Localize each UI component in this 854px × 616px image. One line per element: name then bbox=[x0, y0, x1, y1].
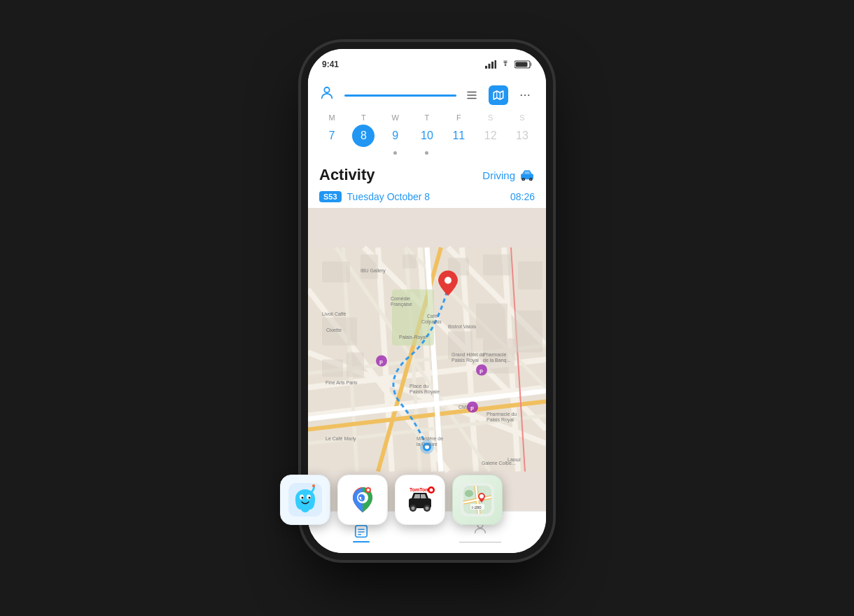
svg-point-118 bbox=[430, 489, 433, 492]
app-icons-row: TomTom bbox=[280, 475, 503, 525]
car-icon bbox=[519, 169, 535, 181]
svg-point-7 bbox=[324, 88, 329, 92]
svg-text:Palais Royal: Palais Royal bbox=[486, 417, 514, 423]
battery-icon bbox=[514, 60, 532, 69]
svg-text:la Culture: la Culture bbox=[416, 442, 438, 447]
svg-point-103 bbox=[302, 497, 304, 499]
svg-rect-9 bbox=[467, 94, 477, 96]
svg-rect-2 bbox=[491, 62, 493, 69]
map-area[interactable]: IBU Gallery Comédie Française Palais-Roy… bbox=[308, 208, 546, 511]
google-maps-app-icon[interactable] bbox=[337, 475, 388, 525]
svg-text:Colpalais: Colpalais bbox=[421, 319, 442, 325]
svg-text:Grand Hôtel du: Grand Hôtel du bbox=[451, 352, 485, 357]
svg-text:Ministère de: Ministère de bbox=[416, 436, 443, 441]
calendar-day-tue[interactable]: T 8 bbox=[351, 113, 376, 147]
svg-point-62 bbox=[444, 277, 451, 284]
svg-text:Galerie Colbe...: Galerie Colbe... bbox=[482, 461, 516, 465]
svg-rect-3 bbox=[495, 60, 497, 69]
svg-text:Le Café Marly: Le Café Marly bbox=[326, 436, 356, 442]
svg-text:TomTom: TomTom bbox=[410, 487, 430, 492]
svg-text:Livoli Caffè: Livoli Caffè bbox=[322, 312, 346, 316]
svg-point-104 bbox=[309, 497, 311, 499]
calendar-day-thu[interactable]: T 10 bbox=[414, 113, 440, 147]
svg-rect-52 bbox=[476, 304, 507, 339]
activity-header: Activity Driving bbox=[308, 159, 546, 188]
more-button[interactable] bbox=[515, 85, 535, 105]
svg-rect-50 bbox=[518, 262, 542, 290]
wifi-icon bbox=[500, 60, 511, 69]
svg-rect-6 bbox=[516, 62, 528, 67]
svg-point-15 bbox=[528, 94, 529, 96]
person-icon[interactable] bbox=[319, 85, 339, 105]
scene: 9:41 bbox=[280, 35, 574, 581]
svg-rect-1 bbox=[489, 64, 491, 69]
svg-text:Place du: Place du bbox=[410, 384, 428, 388]
svg-rect-53 bbox=[514, 311, 542, 353]
calendar-days-row: M 7 T 8 W 9 T 10 F 11 bbox=[319, 113, 535, 147]
svg-text:Pharmacie du: Pharmacie du bbox=[486, 412, 517, 416]
calendar-day-sat[interactable]: S 12 bbox=[478, 113, 503, 147]
svg-rect-0 bbox=[485, 66, 487, 69]
svg-text:Pharmacie: Pharmacie bbox=[483, 352, 507, 357]
svg-text:Fine Arts Paris: Fine Arts Paris bbox=[326, 380, 358, 385]
svg-text:de la Banq...: de la Banq... bbox=[483, 358, 510, 363]
svg-text:Comédie: Comédie bbox=[391, 296, 410, 301]
svg-rect-55 bbox=[346, 353, 364, 377]
svg-text:Café: Café bbox=[427, 314, 438, 318]
svg-text:Palais-Royal: Palais-Royal bbox=[399, 335, 427, 340]
svg-text:Palais Royal: Palais Royal bbox=[451, 358, 479, 363]
driving-label-text: Driving bbox=[482, 169, 515, 181]
tomtom-app-icon[interactable]: TomTom bbox=[395, 475, 445, 525]
apple-maps-logo: I-280 bbox=[461, 483, 494, 517]
waze-logo bbox=[288, 483, 322, 517]
calendar-day-mon[interactable]: M 7 bbox=[319, 113, 344, 147]
svg-point-109 bbox=[367, 489, 370, 491]
svg-text:IBU Gallery: IBU Gallery bbox=[360, 268, 386, 274]
map-svg: IBU Gallery Comédie Française Palais-Roy… bbox=[308, 208, 546, 511]
tab-activity-icon bbox=[353, 523, 370, 540]
svg-text:Palais Royale: Palais Royale bbox=[410, 389, 440, 395]
progress-line bbox=[344, 94, 456, 97]
status-bar: 9:41 bbox=[308, 49, 546, 80]
calendar-week: M 7 T 8 W 9 T 10 F 11 bbox=[308, 108, 546, 159]
svg-text:Française: Française bbox=[391, 302, 412, 307]
google-maps-logo bbox=[346, 483, 379, 517]
trip-info: S53 Tuesday October 8 08:26 bbox=[308, 188, 546, 208]
tomtom-logo: TomTom bbox=[403, 483, 437, 517]
calendar-dots bbox=[319, 150, 535, 156]
svg-rect-47 bbox=[402, 255, 416, 269]
svg-text:p: p bbox=[379, 358, 383, 365]
svg-point-19 bbox=[523, 178, 524, 180]
tab-activity-indicator bbox=[353, 541, 370, 542]
toolbar bbox=[308, 80, 546, 108]
svg-rect-46 bbox=[360, 255, 378, 279]
svg-text:Bistrot Valois: Bistrot Valois bbox=[448, 324, 477, 329]
svg-point-20 bbox=[530, 178, 531, 180]
svg-rect-8 bbox=[467, 92, 477, 93]
svg-point-105 bbox=[312, 484, 315, 487]
calendar-day-fri[interactable]: F 11 bbox=[446, 113, 471, 147]
trip-left: S53 Tuesday October 8 bbox=[319, 191, 430, 202]
apple-maps-app-icon[interactable]: I-280 bbox=[452, 475, 503, 525]
calendar-day-sun[interactable]: S 13 bbox=[510, 113, 535, 147]
svg-point-122 bbox=[479, 494, 484, 498]
svg-point-115 bbox=[426, 507, 429, 510]
svg-rect-45 bbox=[322, 262, 350, 283]
svg-rect-5 bbox=[531, 63, 532, 66]
waze-app-icon[interactable] bbox=[280, 475, 330, 525]
trip-time: 08:26 bbox=[510, 191, 535, 202]
svg-text:Civette: Civette bbox=[326, 328, 342, 332]
tab-activity[interactable] bbox=[353, 523, 370, 542]
trip-badge: S53 bbox=[319, 191, 342, 202]
calendar-day-wed[interactable]: W 9 bbox=[383, 113, 408, 147]
svg-rect-54 bbox=[322, 360, 343, 377]
map-view-button[interactable] bbox=[489, 85, 508, 105]
driving-filter[interactable]: Driving bbox=[482, 169, 535, 181]
svg-rect-49 bbox=[483, 255, 511, 276]
svg-text:p: p bbox=[470, 405, 474, 411]
toolbar-icons bbox=[462, 85, 535, 105]
svg-point-121 bbox=[465, 490, 473, 497]
activity-title: Activity bbox=[319, 166, 374, 184]
list-view-button[interactable] bbox=[462, 85, 482, 105]
svg-point-13 bbox=[521, 94, 522, 96]
